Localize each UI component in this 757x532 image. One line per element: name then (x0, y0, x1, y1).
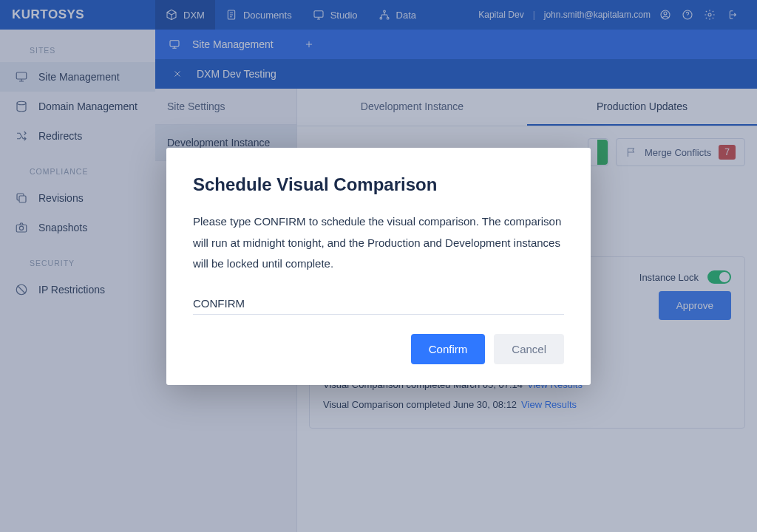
modal-overlay: Schedule Visual Comparison Please type C… (0, 0, 757, 532)
confirm-input[interactable] (193, 293, 564, 315)
modal-body: Please type CONFIRM to schedule the visu… (193, 211, 564, 275)
cancel-button[interactable]: Cancel (494, 334, 564, 364)
modal-title: Schedule Visual Comparison (193, 174, 564, 195)
schedule-visual-comparison-modal: Schedule Visual Comparison Please type C… (166, 148, 591, 385)
confirm-button[interactable]: Confirm (411, 334, 486, 364)
